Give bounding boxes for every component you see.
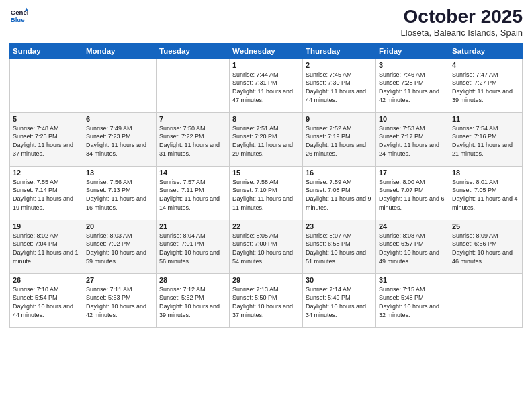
day-number: 30 — [306, 276, 373, 284]
week-row-2: 5Sunrise: 7:48 AM Sunset: 7:25 PM Daylig… — [10, 112, 523, 166]
header-row: SundayMondayTuesdayWednesdayThursdayFrid… — [10, 43, 523, 58]
cell-w1-d3 — [157, 58, 230, 112]
day-number: 21 — [159, 222, 226, 230]
day-info: Sunrise: 7:45 AM Sunset: 7:30 PM Dayligh… — [306, 71, 373, 104]
cell-w2-d6: 10Sunrise: 7:53 AM Sunset: 7:17 PM Dayli… — [376, 112, 449, 166]
day-info: Sunrise: 7:57 AM Sunset: 7:11 PM Dayligh… — [159, 178, 226, 212]
cell-w3-d1: 12Sunrise: 7:55 AM Sunset: 7:14 PM Dayli… — [10, 166, 83, 220]
day-info: Sunrise: 7:55 AM Sunset: 7:14 PM Dayligh… — [13, 178, 80, 212]
header: General Blue October 2025 Lloseta, Balea… — [9, 7, 523, 38]
day-number: 2 — [306, 61, 373, 69]
cell-w2-d7: 11Sunrise: 7:54 AM Sunset: 7:16 PM Dayli… — [449, 112, 523, 166]
day-info: Sunrise: 7:15 AM Sunset: 5:48 PM Dayligh… — [379, 285, 446, 319]
day-number: 20 — [86, 222, 153, 230]
day-info: Sunrise: 7:53 AM Sunset: 7:17 PM Dayligh… — [379, 124, 446, 158]
cell-w2-d1: 5Sunrise: 7:48 AM Sunset: 7:25 PM Daylig… — [10, 112, 83, 166]
col-header-tuesday: Tuesday — [157, 43, 230, 58]
col-header-thursday: Thursday — [303, 43, 376, 58]
cell-w5-d4: 29Sunrise: 7:13 AM Sunset: 5:50 PM Dayli… — [230, 273, 303, 327]
cell-w1-d7: 4Sunrise: 7:47 AM Sunset: 7:27 PM Daylig… — [449, 58, 523, 112]
cell-w4-d3: 21Sunrise: 8:04 AM Sunset: 7:01 PM Dayli… — [157, 220, 230, 273]
cell-w2-d4: 8Sunrise: 7:51 AM Sunset: 7:20 PM Daylig… — [230, 112, 303, 166]
day-number: 3 — [379, 61, 446, 69]
cell-w3-d6: 17Sunrise: 8:00 AM Sunset: 7:07 PM Dayli… — [376, 166, 449, 220]
col-header-friday: Friday — [376, 43, 449, 58]
day-info: Sunrise: 8:05 AM Sunset: 7:00 PM Dayligh… — [232, 232, 300, 265]
day-number: 25 — [452, 222, 519, 230]
day-info: Sunrise: 7:10 AM Sunset: 5:54 PM Dayligh… — [13, 285, 80, 319]
cell-w1-d4: 1Sunrise: 7:44 AM Sunset: 7:31 PM Daylig… — [230, 58, 303, 112]
cell-w5-d1: 26Sunrise: 7:10 AM Sunset: 5:54 PM Dayli… — [10, 273, 83, 327]
day-number: 7 — [159, 115, 226, 123]
day-info: Sunrise: 7:58 AM Sunset: 7:10 PM Dayligh… — [232, 178, 300, 212]
logo-icon: General Blue — [9, 7, 28, 26]
day-info: Sunrise: 8:01 AM Sunset: 7:05 PM Dayligh… — [452, 178, 519, 212]
cell-w5-d5: 30Sunrise: 7:14 AM Sunset: 5:49 PM Dayli… — [303, 273, 376, 327]
day-number: 17 — [379, 169, 446, 177]
cell-w4-d4: 22Sunrise: 8:05 AM Sunset: 7:00 PM Dayli… — [230, 220, 303, 273]
cell-w4-d7: 25Sunrise: 8:09 AM Sunset: 6:56 PM Dayli… — [449, 220, 523, 273]
cell-w4-d1: 19Sunrise: 8:02 AM Sunset: 7:04 PM Dayli… — [10, 220, 83, 273]
day-info: Sunrise: 7:49 AM Sunset: 7:23 PM Dayligh… — [86, 124, 153, 158]
cell-w2-d2: 6Sunrise: 7:49 AM Sunset: 7:23 PM Daylig… — [83, 112, 157, 166]
page: General Blue October 2025 Lloseta, Balea… — [0, 0, 532, 411]
week-row-4: 19Sunrise: 8:02 AM Sunset: 7:04 PM Dayli… — [10, 220, 523, 273]
day-info: Sunrise: 8:00 AM Sunset: 7:07 PM Dayligh… — [379, 178, 446, 212]
day-number: 18 — [452, 169, 519, 177]
title-block: October 2025 Lloseta, Balearic Islands, … — [401, 7, 523, 38]
col-header-saturday: Saturday — [449, 43, 523, 58]
day-number: 19 — [13, 222, 80, 230]
calendar-table: SundayMondayTuesdayWednesdayThursdayFrid… — [9, 43, 523, 328]
day-number: 23 — [306, 222, 373, 230]
day-number: 1 — [232, 61, 300, 69]
day-info: Sunrise: 8:02 AM Sunset: 7:04 PM Dayligh… — [13, 232, 80, 265]
cell-w2-d5: 9Sunrise: 7:52 AM Sunset: 7:19 PM Daylig… — [303, 112, 376, 166]
day-number: 26 — [13, 276, 80, 284]
cell-w5-d7 — [449, 273, 523, 327]
day-info: Sunrise: 7:50 AM Sunset: 7:22 PM Dayligh… — [159, 124, 226, 158]
day-info: Sunrise: 7:46 AM Sunset: 7:28 PM Dayligh… — [379, 71, 446, 104]
cell-w3-d2: 13Sunrise: 7:56 AM Sunset: 7:13 PM Dayli… — [83, 166, 157, 220]
cell-w5-d2: 27Sunrise: 7:11 AM Sunset: 5:53 PM Dayli… — [83, 273, 157, 327]
col-header-wednesday: Wednesday — [230, 43, 303, 58]
day-info: Sunrise: 8:08 AM Sunset: 6:57 PM Dayligh… — [379, 232, 446, 265]
cell-w5-d3: 28Sunrise: 7:12 AM Sunset: 5:52 PM Dayli… — [157, 273, 230, 327]
cell-w4-d5: 23Sunrise: 8:07 AM Sunset: 6:58 PM Dayli… — [303, 220, 376, 273]
day-number: 29 — [232, 276, 300, 284]
day-number: 24 — [379, 222, 446, 230]
cell-w3-d5: 16Sunrise: 7:59 AM Sunset: 7:08 PM Dayli… — [303, 166, 376, 220]
day-info: Sunrise: 7:44 AM Sunset: 7:31 PM Dayligh… — [232, 71, 300, 104]
cell-w1-d6: 3Sunrise: 7:46 AM Sunset: 7:28 PM Daylig… — [376, 58, 449, 112]
cell-w5-d6: 31Sunrise: 7:15 AM Sunset: 5:48 PM Dayli… — [376, 273, 449, 327]
cell-w4-d2: 20Sunrise: 8:03 AM Sunset: 7:02 PM Dayli… — [83, 220, 157, 273]
cell-w1-d2 — [83, 58, 157, 112]
svg-text:Blue: Blue — [11, 16, 25, 24]
cell-w2-d3: 7Sunrise: 7:50 AM Sunset: 7:22 PM Daylig… — [157, 112, 230, 166]
day-info: Sunrise: 7:11 AM Sunset: 5:53 PM Dayligh… — [86, 285, 153, 319]
day-number: 11 — [452, 115, 519, 123]
week-row-1: 1Sunrise: 7:44 AM Sunset: 7:31 PM Daylig… — [10, 58, 523, 112]
day-info: Sunrise: 8:03 AM Sunset: 7:02 PM Dayligh… — [86, 232, 153, 265]
day-info: Sunrise: 8:09 AM Sunset: 6:56 PM Dayligh… — [452, 232, 519, 265]
day-info: Sunrise: 7:59 AM Sunset: 7:08 PM Dayligh… — [306, 178, 373, 212]
cell-w1-d5: 2Sunrise: 7:45 AM Sunset: 7:30 PM Daylig… — [303, 58, 376, 112]
day-info: Sunrise: 7:52 AM Sunset: 7:19 PM Dayligh… — [306, 124, 373, 158]
day-number: 27 — [86, 276, 153, 284]
cell-w3-d3: 14Sunrise: 7:57 AM Sunset: 7:11 PM Dayli… — [157, 166, 230, 220]
day-number: 10 — [379, 115, 446, 123]
col-header-monday: Monday — [83, 43, 157, 58]
day-info: Sunrise: 7:47 AM Sunset: 7:27 PM Dayligh… — [452, 71, 519, 104]
day-number: 9 — [306, 115, 373, 123]
day-number: 15 — [232, 169, 300, 177]
cell-w4-d6: 24Sunrise: 8:08 AM Sunset: 6:57 PM Dayli… — [376, 220, 449, 273]
day-number: 28 — [159, 276, 226, 284]
day-info: Sunrise: 8:04 AM Sunset: 7:01 PM Dayligh… — [159, 232, 226, 265]
cell-w3-d7: 18Sunrise: 8:01 AM Sunset: 7:05 PM Dayli… — [449, 166, 523, 220]
cell-w3-d4: 15Sunrise: 7:58 AM Sunset: 7:10 PM Dayli… — [230, 166, 303, 220]
day-info: Sunrise: 7:54 AM Sunset: 7:16 PM Dayligh… — [452, 124, 519, 158]
day-number: 16 — [306, 169, 373, 177]
subtitle: Lloseta, Balearic Islands, Spain — [401, 28, 523, 38]
day-info: Sunrise: 7:13 AM Sunset: 5:50 PM Dayligh… — [232, 285, 300, 319]
col-header-sunday: Sunday — [10, 43, 83, 58]
day-number: 4 — [452, 61, 519, 69]
